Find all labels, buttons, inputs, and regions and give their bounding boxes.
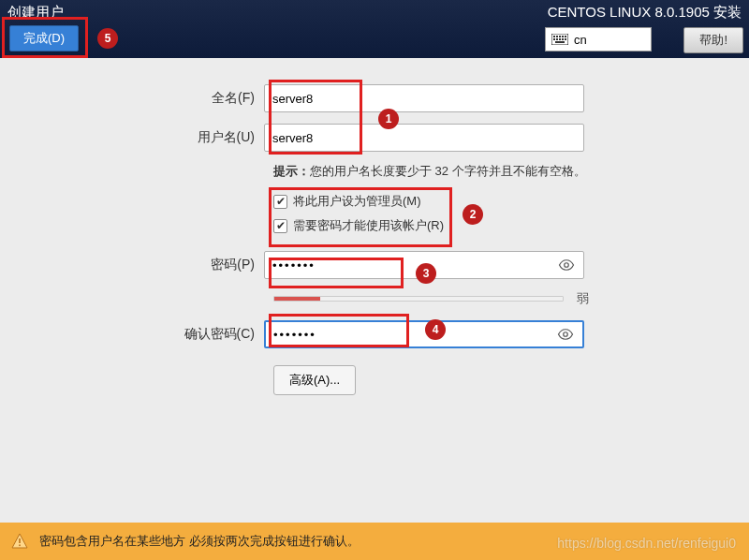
require-password-checkbox-label: 需要密码才能使用该帐户(R) <box>293 217 444 234</box>
svg-rect-10 <box>565 38 566 40</box>
create-user-form: 全名(F) 用户名(U) 提示：您的用户名长度要少于 32 个字符并且不能有空格… <box>0 58 749 395</box>
watermark-text: https://blog.csdn.net/renfeigui0 <box>557 536 736 551</box>
fullname-label: 全名(F) <box>0 90 264 107</box>
svg-rect-7 <box>556 38 558 40</box>
confirm-password-field-wrapper <box>264 320 584 348</box>
installer-header: 创建用户 完成(D) CENTOS LINUX 8.0.1905 安装 cn 帮… <box>0 0 749 58</box>
confirm-password-label: 确认密码(C) <box>0 326 264 343</box>
svg-rect-2 <box>556 36 558 37</box>
keyboard-layout-value: cn <box>574 33 587 47</box>
svg-rect-8 <box>559 38 561 40</box>
svg-rect-14 <box>19 538 21 543</box>
svg-rect-9 <box>562 38 564 40</box>
confirm-password-input[interactable] <box>266 322 554 346</box>
svg-rect-5 <box>565 36 566 37</box>
svg-rect-4 <box>562 36 564 37</box>
username-label: 用户名(U) <box>0 129 264 146</box>
warning-icon <box>11 533 28 550</box>
admin-checkbox[interactable]: ✔ <box>273 195 287 209</box>
svg-rect-15 <box>19 545 21 547</box>
password-strength-text: 弱 <box>577 290 589 307</box>
password-label: 密码(P) <box>0 257 264 273</box>
password-input[interactable] <box>265 252 555 278</box>
svg-rect-3 <box>559 36 561 37</box>
warning-message: 密码包含用户名在某些地方 必须按两次完成按钮进行确认。 <box>39 533 360 550</box>
password-field-wrapper <box>264 251 584 279</box>
product-title: CENTOS LINUX 8.0.1905 安装 <box>548 4 742 22</box>
done-button[interactable]: 完成(D) <box>9 25 79 52</box>
require-password-checkbox[interactable]: ✔ <box>273 219 287 233</box>
password-strength-bar <box>273 296 564 302</box>
help-button[interactable]: 帮助! <box>683 27 743 53</box>
advanced-button[interactable]: 高级(A)... <box>273 365 356 395</box>
svg-rect-11 <box>555 41 565 43</box>
hint-text: 您的用户名长度要少于 32 个字符并且不能有空格。 <box>310 164 586 178</box>
admin-checkbox-label: 将此用户设为管理员(M) <box>293 193 421 210</box>
keyboard-icon <box>551 34 568 45</box>
page-title: 创建用户 <box>7 4 64 22</box>
username-hint: 提示：您的用户名长度要少于 32 个字符并且不能有空格。 <box>0 163 749 180</box>
confirm-password-visibility-icon[interactable] <box>554 323 577 346</box>
hint-prefix: 提示： <box>273 164 310 178</box>
keyboard-layout-selector[interactable]: cn <box>545 27 652 52</box>
fullname-input[interactable] <box>264 84 584 112</box>
svg-rect-6 <box>553 38 555 40</box>
username-input[interactable] <box>264 124 584 152</box>
password-strength-fill <box>274 297 320 301</box>
svg-point-12 <box>565 263 569 268</box>
password-visibility-icon[interactable] <box>555 254 578 276</box>
svg-rect-1 <box>553 36 555 37</box>
svg-point-13 <box>564 332 568 337</box>
